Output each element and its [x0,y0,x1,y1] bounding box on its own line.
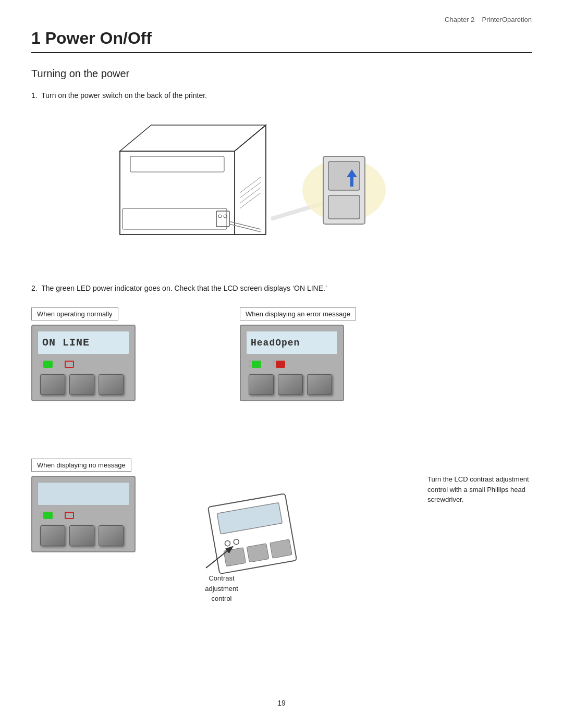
svg-marker-1 [120,151,235,235]
panels-row1: When operating normally ON LINE / \\ / [31,307,356,401]
normal-lcd-screen: ON LINE [38,331,129,354]
svg-point-11 [218,215,222,218]
no-message-green-ray-marks: / \\ / [40,511,42,519]
section-title: Turning on the power [31,68,129,80]
step2-text: 2. The green LED power indicator goes on… [31,284,500,292]
svg-rect-4 [130,156,224,172]
no-message-button-row [38,525,129,546]
no-message-green-led [43,512,53,519]
error-red-ray-marks: / \\ / [273,360,275,368]
turn-lcd-text: Turn the LCD contrast adjustment control… [427,474,532,505]
error-lcd-panel: HeadOpen / \\ / / \\ / [240,325,344,401]
green-ray-marks: / \\ / [40,360,42,368]
panel-button-2 [69,374,94,395]
no-message-lcd-panel: / \\ / [31,476,136,552]
error-green-ray-marks: / \\ / [249,360,251,368]
svg-rect-10 [216,211,229,227]
page-number: 19 [277,699,286,707]
panel-button-3 [99,374,124,395]
error-panel-button-2 [278,374,303,395]
svg-rect-28 [270,539,292,558]
normal-button-row [38,374,129,395]
error-lcd-screen: HeadOpen [246,331,338,354]
error-panel-wrapper: When displaying an error message HeadOpe… [240,307,356,401]
error-panel-button-3 [307,374,332,395]
error-green-led-group: / \\ / [249,360,261,369]
normal-lcd-panel: ON LINE / \\ / [31,325,136,401]
no-message-red-led [65,512,74,519]
chapter-subtitle: PrinterOparetion [482,16,532,23]
no-message-panel-button-1 [40,525,65,546]
normal-panel-wrapper: When operating normally ON LINE / \\ / [31,307,136,401]
svg-rect-27 [247,544,269,562]
error-panel-button-1 [249,374,274,395]
page-title: 1 Power On/Off [31,29,532,53]
contrast-label-area: Contrast adjustment control [205,573,238,604]
contrast-svg [193,490,308,584]
error-lcd-text: HeadOpen [251,338,300,348]
error-green-led [252,361,261,368]
no-message-green-led-group: / \\ / [40,511,53,520]
normal-red-led [65,361,74,368]
panels-row2: When displaying no message / \\ / [31,459,308,604]
error-red-led [276,361,285,368]
page-header: Chapter 2 PrinterOparetion [445,16,532,23]
svg-rect-23 [217,503,282,534]
svg-point-12 [224,215,227,218]
error-red-led-group: / \\ / [273,360,286,369]
normal-green-led [43,361,53,368]
contrast-diagram: Contrast adjustment control [193,490,308,604]
svg-marker-2 [235,125,266,235]
no-message-panel-wrapper: When displaying no message / \\ / [31,459,136,552]
contrast-label: Contrast adjustment control [205,573,238,604]
svg-point-24 [225,540,231,547]
svg-rect-26 [224,548,246,566]
error-button-row [246,374,338,395]
step1-text: 1. Turn on the power switch on the back … [31,91,207,100]
normal-panel-label: When operating normally [31,307,118,320]
normal-lcd-text: ON LINE [42,337,90,349]
no-message-lcd-screen [38,482,129,505]
panel-button-1 [40,374,65,395]
no-message-panel-label: When displaying no message [31,459,131,472]
normal-green-led-group: / \\ / [40,360,53,369]
svg-rect-18 [328,195,360,219]
svg-marker-3 [120,125,266,151]
no-message-panel-button-2 [69,525,94,546]
error-indicator-row: / \\ / / \\ / [246,360,338,369]
no-message-indicator-row: / \\ / [38,511,129,520]
svg-marker-0 [120,125,266,235]
svg-point-25 [234,539,240,545]
no-message-panel-button-3 [99,525,124,546]
chapter-label: Chapter 2 [445,16,474,23]
printer-illustration [68,109,433,276]
normal-indicator-row: / \\ / [38,360,129,369]
error-panel-label: When displaying an error message [240,307,356,320]
svg-rect-5 [123,208,227,229]
